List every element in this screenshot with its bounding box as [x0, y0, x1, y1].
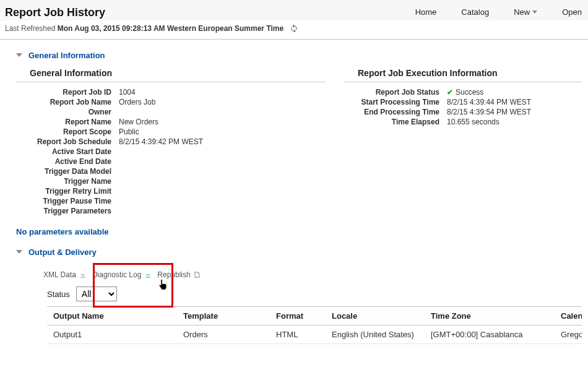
label-report-job-id: Report Job ID: [16, 87, 115, 97]
col-calendar[interactable]: Calendar: [555, 307, 582, 325]
label-trigger-retry: Trigger Retry Limit: [16, 186, 115, 196]
republish-icon: [193, 270, 202, 279]
output-toolbar: XML Data Diagnostic Log Republish: [16, 263, 582, 284]
value-report-scope: Public: [115, 127, 207, 137]
exec-info-table: Report Job Status ✔Success Start Process…: [344, 87, 535, 127]
value-active-end: [115, 157, 207, 166]
refresh-icon[interactable]: [290, 24, 298, 34]
value-job-status: ✔Success: [443, 87, 535, 97]
col-locale[interactable]: Locale: [326, 307, 425, 325]
value-report-name: New Orders: [115, 117, 207, 127]
output-grid: Output Name Template Format Locale Time …: [47, 307, 582, 344]
nav-new-label: New: [514, 7, 530, 17]
cell-output-name: Output1: [47, 325, 177, 344]
general-subhead: General Information: [16, 66, 326, 82]
nav-open[interactable]: Open: [562, 7, 582, 17]
republish-label: Republish: [157, 270, 190, 279]
diagnostic-log-button[interactable]: Diagnostic Log: [92, 270, 152, 279]
cell-timezone: [GMT+00:00] Casablanca: [425, 325, 555, 344]
status-label: Status: [47, 290, 70, 299]
diagnostic-log-label: Diagnostic Log: [92, 270, 141, 279]
download-icon: [79, 270, 87, 279]
page-title: Report Job History: [5, 6, 105, 19]
label-trigger-data-model: Trigger Data Model: [16, 166, 115, 176]
label-end-time: End Processing Time: [344, 107, 443, 117]
label-report-name: Report Name: [16, 117, 115, 127]
col-output-name[interactable]: Output Name: [47, 307, 177, 325]
col-format[interactable]: Format: [270, 307, 326, 325]
nav-new[interactable]: New: [514, 7, 537, 17]
success-check-icon: ✔: [447, 88, 453, 97]
label-report-scope: Report Scope: [16, 127, 115, 137]
label-trigger-name: Trigger Name: [16, 176, 115, 186]
value-trigger-params: [115, 206, 207, 216]
value-owner: [115, 107, 207, 117]
value-trigger-data-model: [115, 166, 207, 176]
col-template[interactable]: Template: [177, 307, 270, 325]
general-info-table: Report Job ID1004 Report Job NameOrders …: [16, 87, 207, 216]
label-job-status: Report Job Status: [344, 87, 443, 97]
label-schedule: Report Job Schedule: [16, 137, 115, 147]
label-report-job-name: Report Job Name: [16, 97, 115, 107]
label-trigger-pause: Trigger Pause Time: [16, 196, 115, 206]
section-output-header[interactable]: Output & Delivery: [16, 248, 582, 257]
section-output-title: Output & Delivery: [28, 248, 97, 257]
cell-calendar: Gregorian: [555, 325, 582, 344]
xml-data-button[interactable]: XML Data: [43, 270, 87, 279]
col-timezone[interactable]: Time Zone: [425, 307, 555, 325]
value-schedule: 8/2/15 4:39:42 PM WEST: [115, 137, 207, 147]
value-job-status-text: Success: [456, 88, 483, 97]
status-select[interactable]: All: [76, 287, 117, 301]
value-report-job-id: 1004: [115, 87, 207, 97]
grid-header-row: Output Name Template Format Locale Time …: [47, 307, 582, 325]
no-parameters-message: No parameters available: [16, 227, 582, 236]
section-general-header[interactable]: General Information: [16, 51, 582, 60]
value-trigger-pause: [115, 196, 207, 206]
cell-locale: English (United States): [326, 325, 425, 344]
last-refreshed: Last Refreshed Mon Aug 03, 2015 09:28:13…: [0, 20, 588, 40]
label-elapsed: Time Elapsed: [344, 117, 443, 127]
label-active-end: Active End Date: [16, 157, 115, 166]
value-trigger-name: [115, 176, 207, 186]
last-refreshed-time: Mon Aug 03, 2015 09:28:13 AM Western Eur…: [58, 24, 283, 33]
value-start-time: 8/2/15 4:39:44 PM WEST: [443, 97, 535, 107]
label-active-start: Active Start Date: [16, 147, 115, 157]
republish-button[interactable]: Republish: [157, 270, 201, 279]
nav-catalog[interactable]: Catalog: [461, 7, 489, 17]
table-row[interactable]: Output1 Orders HTML English (United Stat…: [47, 325, 582, 344]
label-trigger-params: Trigger Parameters: [16, 206, 115, 216]
value-active-start: [115, 147, 207, 157]
section-general-title: General Information: [28, 51, 105, 60]
cell-template: Orders: [177, 325, 270, 344]
label-owner: Owner: [16, 107, 115, 117]
value-elapsed: 10.655 seconds: [443, 117, 535, 127]
chevron-down-icon: [532, 11, 537, 14]
value-report-job-name: Orders Job: [115, 97, 207, 107]
download-icon: [144, 270, 152, 279]
cell-format: HTML: [270, 325, 326, 344]
exec-subhead: Report Job Execution Information: [344, 66, 582, 82]
value-end-time: 8/2/15 4:39:54 PM WEST: [443, 107, 535, 117]
value-trigger-retry: [115, 186, 207, 196]
label-start-time: Start Processing Time: [344, 97, 443, 107]
nav-home[interactable]: Home: [415, 7, 437, 17]
last-refreshed-prefix: Last Refreshed: [5, 24, 58, 33]
disclosure-icon: [16, 250, 22, 254]
top-nav: Home Catalog New Open: [415, 5, 582, 17]
xml-data-label: XML Data: [43, 270, 76, 279]
disclosure-icon: [16, 53, 22, 57]
